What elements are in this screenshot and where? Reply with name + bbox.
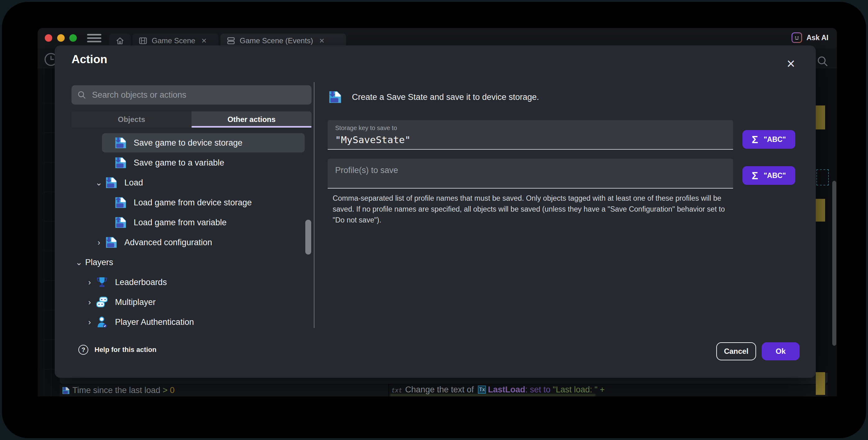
close-icon[interactable]: × bbox=[782, 55, 800, 72]
search-input[interactable] bbox=[91, 90, 306, 100]
event-color-bar bbox=[816, 372, 825, 395]
condition-text: Time since the last load bbox=[72, 385, 163, 395]
help-for-action-link[interactable]: ? Help for this action bbox=[79, 345, 156, 355]
action-dialog: Action × Objects Other actions Save game… bbox=[55, 46, 816, 378]
save-icon bbox=[105, 176, 118, 189]
grid-line bbox=[44, 68, 44, 397]
field-help-text: Comma-separated list of profile names th… bbox=[333, 193, 731, 226]
events-scrollbar[interactable] bbox=[832, 181, 836, 346]
ask-ai-smiley-icon bbox=[792, 32, 802, 43]
tree-item-load-game-from-variable[interactable]: Load game from variable bbox=[102, 213, 305, 232]
tree-item-label: Advanced configuration bbox=[124, 238, 212, 247]
storage-key-field[interactable]: Storage key to save to "MySaveState" bbox=[328, 120, 733, 150]
scene-film-icon bbox=[138, 36, 147, 45]
home-icon bbox=[116, 36, 124, 45]
tree-item-load-game-from-device-storage[interactable]: Load game from device storage bbox=[102, 193, 305, 212]
condition-operator: > bbox=[163, 385, 170, 395]
chevron-right-icon[interactable]: › bbox=[83, 298, 96, 306]
chevron-right-icon[interactable]: › bbox=[83, 318, 96, 326]
tree-item-save-game-to-a-variable[interactable]: Save game to a variable bbox=[102, 153, 305, 172]
action-string-value: "Last load: " bbox=[553, 385, 597, 394]
save-icon bbox=[115, 156, 127, 169]
chevron-right-icon[interactable]: › bbox=[93, 238, 105, 246]
tree-item-save-game-to-device-storage[interactable]: Save game to device storage bbox=[102, 133, 305, 152]
action-prefix: Change the text of bbox=[405, 385, 476, 394]
field-value[interactable]: "MySaveState" bbox=[335, 131, 733, 145]
tab-label: Game Scene bbox=[152, 36, 195, 45]
event-color-bar bbox=[816, 106, 825, 129]
sigma-icon: Σ bbox=[752, 134, 758, 145]
search-icon[interactable] bbox=[816, 55, 829, 67]
tree-item-label: Save game to device storage bbox=[134, 138, 243, 148]
chevron-right-icon[interactable]: › bbox=[83, 278, 96, 286]
desktop-screen: Game Scene × Game Scene (Events) × bbox=[2, 2, 866, 438]
tab-objects[interactable]: Objects bbox=[71, 111, 191, 127]
save-icon bbox=[62, 386, 70, 394]
tree-item-label: Players bbox=[85, 258, 113, 267]
profiles-field[interactable]: Profile(s) to save bbox=[328, 159, 733, 188]
sigma-icon: Σ bbox=[752, 170, 758, 181]
grid-line bbox=[51, 68, 51, 397]
tree-item-label: Load game from device storage bbox=[134, 198, 252, 208]
tab-label: Game Scene (Events) bbox=[240, 36, 313, 45]
tree-item-label: Save game to a variable bbox=[134, 158, 224, 168]
tree-item-label: Load bbox=[124, 178, 143, 188]
tree-group-players[interactable]: ⌄ Players bbox=[73, 253, 305, 272]
cancel-button[interactable]: Cancel bbox=[716, 342, 756, 360]
picker-tabs: Objects Other actions bbox=[71, 111, 311, 127]
tab-close-icon[interactable]: × bbox=[202, 36, 207, 45]
tree-item-label: Player Authentication bbox=[115, 317, 194, 327]
app-window: Game Scene × Game Scene (Events) × bbox=[38, 28, 837, 397]
question-icon: ? bbox=[79, 345, 88, 355]
clipped-action-text bbox=[390, 394, 595, 397]
expression-editor-button[interactable]: Σ "ABC" bbox=[742, 130, 795, 149]
action-object-name: LastLoad bbox=[488, 385, 525, 394]
search-box[interactable] bbox=[71, 85, 311, 105]
ask-ai-label: Ask AI bbox=[806, 34, 829, 42]
search-icon bbox=[77, 90, 86, 99]
events-sheet-icon bbox=[227, 36, 235, 45]
tree-item-label: Leaderboards bbox=[115, 277, 167, 287]
maximize-window-button[interactable] bbox=[69, 34, 77, 42]
condition-value: 0 bbox=[170, 385, 175, 395]
person-icon bbox=[96, 316, 108, 328]
tree-group-player-authentication[interactable]: › Player Authentication bbox=[83, 313, 305, 332]
action-description-text: Create a Save State and save it to devic… bbox=[352, 92, 539, 102]
ask-ai-button[interactable]: Ask AI bbox=[792, 32, 829, 43]
minimize-window-button[interactable] bbox=[57, 34, 65, 42]
text-object-icon: Tx bbox=[478, 385, 486, 393]
event-condition-cell[interactable]: Time since the last load > 0 bbox=[60, 384, 388, 397]
load-icon bbox=[115, 216, 127, 229]
selection-dashed-box bbox=[816, 169, 829, 185]
action-description: Create a Save State and save it to devic… bbox=[328, 90, 539, 104]
close-window-button[interactable] bbox=[45, 34, 52, 42]
tab-close-icon[interactable]: × bbox=[319, 36, 324, 45]
trophy-icon bbox=[96, 276, 108, 289]
field-placeholder: Profile(s) to save bbox=[335, 159, 733, 175]
save-icon bbox=[328, 90, 342, 104]
dialog-title: Action bbox=[71, 53, 107, 66]
tree-group-multiplayer[interactable]: › Multiplayer bbox=[83, 293, 305, 312]
ok-button[interactable]: Ok bbox=[762, 342, 800, 360]
field-label: Storage key to save to bbox=[335, 120, 733, 131]
tree-group-load[interactable]: ⌄ Load bbox=[93, 173, 305, 192]
chevron-down-icon[interactable]: ⌄ bbox=[93, 179, 105, 187]
gamepad-icon bbox=[96, 296, 108, 309]
active-tab-underline bbox=[191, 126, 311, 127]
list-scrollbar-thumb[interactable] bbox=[305, 220, 311, 255]
chevron-down-icon[interactable]: ⌄ bbox=[73, 258, 85, 266]
save-icon bbox=[115, 137, 127, 149]
tree-group-leaderboards[interactable]: › Leaderboards bbox=[83, 272, 305, 292]
main-menu-icon[interactable] bbox=[87, 34, 101, 42]
list-scrollbar-track bbox=[314, 82, 315, 328]
action-set-to: : set to bbox=[525, 385, 553, 394]
event-color-bar bbox=[816, 199, 825, 222]
tree-item-label: Load game from variable bbox=[134, 218, 227, 228]
tab-other-actions[interactable]: Other actions bbox=[191, 111, 311, 127]
tree-group-advanced-configuration[interactable]: › Advanced configuration bbox=[93, 233, 305, 252]
tree-item-label: Multiplayer bbox=[115, 297, 156, 307]
save-icon bbox=[105, 236, 118, 248]
titlebar: Game Scene × Game Scene (Events) × bbox=[38, 28, 837, 48]
text-action-type-icon: txt bbox=[392, 387, 402, 393]
expression-editor-button[interactable]: Σ "ABC" bbox=[742, 166, 795, 185]
